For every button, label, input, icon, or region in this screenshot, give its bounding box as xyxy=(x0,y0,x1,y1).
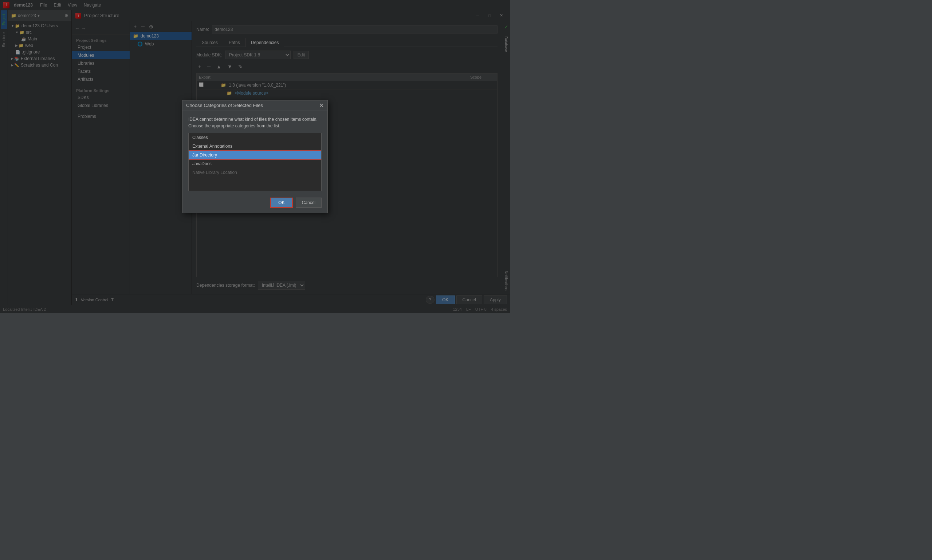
list-item-classes[interactable]: Classes xyxy=(189,133,321,142)
dialog-title: Choose Categories of Selected Files xyxy=(186,103,263,108)
dialog-description: IDEA cannot determine what kind of files… xyxy=(188,116,322,129)
dialog-list: Classes External Annotations Jar Directo… xyxy=(188,133,322,191)
list-item-jar-directory[interactable]: Jar Directory xyxy=(189,151,321,159)
list-item-native-lib[interactable]: Native Library Location xyxy=(189,168,321,177)
list-item-javadocs[interactable]: JavaDocs xyxy=(189,159,321,168)
dialog-ok-btn[interactable]: OK xyxy=(270,198,292,208)
dialog-close-btn[interactable]: ✕ xyxy=(319,103,324,108)
dialog-cancel-btn[interactable]: Cancel xyxy=(296,198,322,208)
list-item-external-annotations[interactable]: External Annotations xyxy=(189,142,321,151)
dialog-overlay: Choose Categories of Selected Files ✕ ID… xyxy=(0,0,510,313)
choose-categories-dialog: Choose Categories of Selected Files ✕ ID… xyxy=(182,100,328,213)
